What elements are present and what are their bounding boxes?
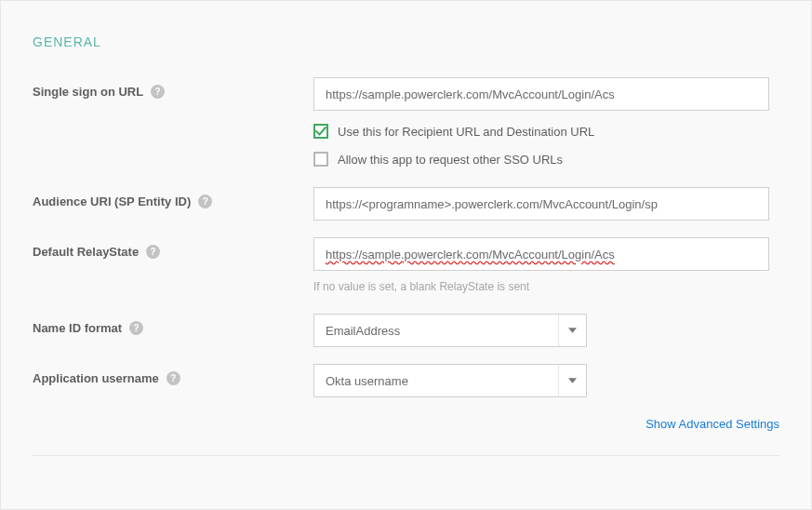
help-icon[interactable]: ?	[129, 321, 143, 335]
advanced-settings-row: Show Advanced Settings	[33, 416, 779, 431]
checkbox-use-recipient[interactable]: Use this for Recipient URL and Destinati…	[313, 124, 779, 139]
label-audience-uri: Audience URI (SP Entity ID)	[33, 195, 191, 208]
audience-uri-input[interactable]	[313, 187, 769, 221]
section-divider	[33, 455, 779, 456]
input-col: Okta username	[313, 364, 779, 397]
input-col: EmailAddress	[313, 314, 779, 347]
select-value: Okta username	[326, 374, 408, 388]
section-title-general: GENERAL	[33, 34, 779, 49]
label-col: Audience URI (SP Entity ID) ?	[33, 187, 313, 208]
label-col: Name ID format ?	[33, 314, 313, 335]
label-sso-url: Single sign on URL	[33, 85, 143, 99]
label-col: Single sign on URL ?	[33, 77, 313, 99]
label-col: Application username ?	[33, 364, 313, 385]
label-name-id-format: Name ID format	[33, 321, 122, 335]
row-app-username: Application username ? Okta username	[33, 364, 779, 397]
help-icon[interactable]: ?	[198, 195, 212, 208]
help-icon[interactable]: ?	[146, 245, 160, 259]
row-name-id-format: Name ID format ? EmailAddress	[33, 314, 779, 347]
default-relaystate-input[interactable]: https://sample.powerclerk.com/MvcAccount…	[313, 237, 769, 271]
name-id-format-select[interactable]: EmailAddress	[313, 314, 587, 347]
saml-settings-panel: GENERAL Single sign on URL ? Use this fo…	[0, 0, 812, 510]
relaystate-hint: If no value is set, a blank RelayState i…	[313, 280, 779, 293]
checkbox-label: Use this for Recipient URL and Destinati…	[338, 125, 594, 139]
select-value: EmailAddress	[326, 324, 400, 338]
label-default-relaystate: Default RelayState	[33, 245, 139, 259]
chevron-down-icon	[558, 315, 586, 346]
help-icon[interactable]: ?	[151, 85, 165, 99]
select-display[interactable]: Okta username	[313, 364, 587, 397]
row-audience-uri: Audience URI (SP Entity ID) ?	[33, 187, 779, 221]
label-col: Default RelayState ?	[33, 237, 313, 259]
select-display[interactable]: EmailAddress	[313, 314, 587, 347]
checkbox-box[interactable]	[313, 124, 328, 139]
checkbox-allow-other-sso[interactable]: Allow this app to request other SSO URLs	[313, 152, 779, 167]
sso-url-input[interactable]	[313, 77, 769, 111]
row-sso-url: Single sign on URL ? Use this for Recipi…	[33, 77, 779, 167]
input-col	[313, 187, 779, 221]
input-col: https://sample.powerclerk.com/MvcAccount…	[313, 237, 779, 293]
check-icon	[315, 126, 326, 137]
help-icon[interactable]: ?	[166, 371, 180, 385]
chevron-down-icon	[558, 365, 586, 396]
input-col: Use this for Recipient URL and Destinati…	[313, 77, 779, 167]
relaystate-value-display: https://sample.powerclerk.com/MvcAccount…	[326, 248, 615, 262]
checkbox-label: Allow this app to request other SSO URLs	[338, 153, 563, 167]
row-default-relaystate: Default RelayState ? https://sample.powe…	[33, 237, 779, 293]
checkbox-box[interactable]	[313, 152, 328, 167]
app-username-select[interactable]: Okta username	[313, 364, 587, 397]
label-app-username: Application username	[33, 371, 159, 385]
show-advanced-settings-link[interactable]: Show Advanced Settings	[646, 417, 779, 431]
